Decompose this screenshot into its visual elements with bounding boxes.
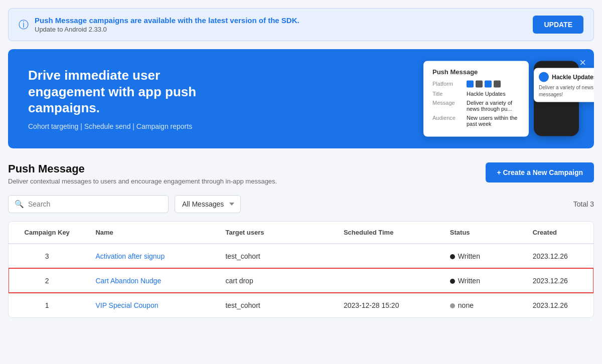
cell-status-2: none	[440, 293, 523, 317]
cell-name-2[interactable]: VIP Special Coupon	[85, 293, 215, 317]
mock-form-title: Push Message	[432, 68, 520, 75]
sdk-banner-text: Push Message campaigns are available wit…	[35, 16, 299, 33]
mock-platform-icons	[467, 80, 501, 87]
cell-created-0: 2023.12.26	[523, 244, 593, 269]
table-row[interactable]: 2 Cart Abandon Nudge cart drop Written 2…	[9, 268, 593, 293]
table-row[interactable]: 1 VIP Special Coupon test_cohort 2023-12…	[9, 293, 593, 317]
info-icon: ⓘ	[19, 18, 29, 32]
campaign-link-0[interactable]: Activation after signup	[95, 252, 165, 260]
cell-name-0[interactable]: Activation after signup	[85, 244, 215, 269]
hero-title: Drive immediate user engagement with app…	[28, 67, 239, 116]
section-title: Push Message	[8, 162, 277, 175]
cell-name-1[interactable]: Cart Abandon Nudge	[85, 268, 215, 293]
table-header: Campaign Key Name Target users Scheduled…	[9, 222, 593, 244]
section-header: Push Message Deliver contextual messages…	[8, 162, 594, 185]
status-dot-1	[450, 279, 455, 284]
campaigns-table: Campaign Key Name Target users Scheduled…	[9, 222, 593, 317]
mock-notification: Hackle Updates now Deliver a variety of …	[534, 68, 594, 102]
col-header-created: Created	[523, 222, 593, 244]
hero-content: Drive immediate user engagement with app…	[28, 67, 239, 130]
sdk-update-button[interactable]: UPDATE	[533, 16, 583, 34]
mock-message-value: Deliver a variety of news through pu...	[467, 99, 520, 111]
mock-title-label: Title	[432, 90, 463, 96]
search-wrapper[interactable]: 🔍	[8, 195, 169, 213]
col-header-status: Status	[440, 222, 523, 244]
table-row[interactable]: 3 Activation after signup test_cohort Wr…	[9, 244, 593, 269]
sdk-banner-title: Push Message campaigns are available wit…	[35, 16, 299, 25]
sdk-banner-subtitle: Update to Android 2.33.0	[35, 26, 299, 33]
mock-audience-value: New users within the past week	[467, 114, 520, 126]
cell-time-2: 2023-12-28 15:20	[334, 293, 440, 317]
mock-form-title-row: Title Hackle Updates	[432, 90, 520, 96]
mock-notif-body: Deliver a variety of news through push m…	[539, 84, 594, 98]
hero-subtitle: Cohort targeting | Schedule send | Campa…	[28, 122, 239, 130]
status-dot-0	[450, 254, 455, 259]
sdk-banner-content: ⓘ Push Message campaigns are available w…	[19, 16, 299, 33]
cell-target-0: test_cohort	[215, 244, 333, 269]
section-desc: Deliver contextual messages to users and…	[8, 177, 277, 185]
cell-key-1: 2	[9, 268, 85, 293]
mock-notif-header: Hackle Updates now	[539, 72, 594, 82]
total-label: Total 3	[573, 200, 594, 208]
col-header-key: Campaign Key	[9, 222, 85, 244]
cell-time-0	[334, 244, 440, 269]
mock-message-label: Message	[432, 99, 463, 111]
campaigns-table-container: Campaign Key Name Target users Scheduled…	[8, 221, 594, 318]
cell-created-1: 2023.12.26	[523, 268, 593, 293]
mock-form-audience-row: Audience New users within the past week	[432, 114, 520, 126]
col-header-target: Target users	[215, 222, 333, 244]
hero-close-button[interactable]: ×	[579, 56, 586, 69]
search-icon: 🔍	[15, 200, 24, 209]
cell-created-2: 2023.12.26	[523, 293, 593, 317]
hero-banner: Drive immediate user engagement with app…	[8, 49, 594, 148]
mock-audience-label: Audience	[432, 114, 463, 126]
cell-status-1: Written	[440, 268, 523, 293]
cell-time-1	[334, 268, 440, 293]
col-header-name: Name	[85, 222, 215, 244]
mock-form-platform-row: Platform	[432, 80, 520, 87]
cell-key-0: 3	[9, 244, 85, 269]
create-campaign-button[interactable]: + Create a New Campaign	[486, 162, 594, 183]
campaign-link-1[interactable]: Cart Abandon Nudge	[95, 277, 161, 285]
cell-target-2: test_cohort	[215, 293, 333, 317]
section-heading: Push Message Deliver contextual messages…	[8, 162, 277, 185]
search-input[interactable]	[28, 200, 162, 208]
mock-notif-icon	[539, 72, 549, 82]
cell-target-1: cart drop	[215, 268, 333, 293]
table-body: 3 Activation after signup test_cohort Wr…	[9, 244, 593, 317]
table-header-row: Campaign Key Name Target users Scheduled…	[9, 222, 593, 244]
mock-notif-app: Hackle Updates	[552, 74, 594, 81]
campaign-link-2[interactable]: VIP Special Coupon	[95, 301, 158, 309]
mock-platform-label: Platform	[432, 80, 463, 87]
status-dot-2	[450, 303, 455, 308]
hero-mockup: Push Message Platform Title Hackle Updat…	[423, 61, 579, 136]
cell-key-2: 1	[9, 293, 85, 317]
mock-form-card: Push Message Platform Title Hackle Updat…	[423, 61, 529, 136]
mock-phone: Hackle Updates now Deliver a variety of …	[534, 61, 579, 136]
mock-title-value: Hackle Updates	[467, 90, 506, 96]
mock-form-message-row: Message Deliver a variety of news throug…	[432, 99, 520, 111]
col-header-time: Scheduled Time	[334, 222, 440, 244]
toolbar: 🔍 All Messages Written None Total 3	[8, 195, 594, 213]
sdk-banner: ⓘ Push Message campaigns are available w…	[8, 8, 594, 41]
cell-status-0: Written	[440, 244, 523, 269]
filter-select[interactable]: All Messages Written None	[175, 195, 241, 213]
